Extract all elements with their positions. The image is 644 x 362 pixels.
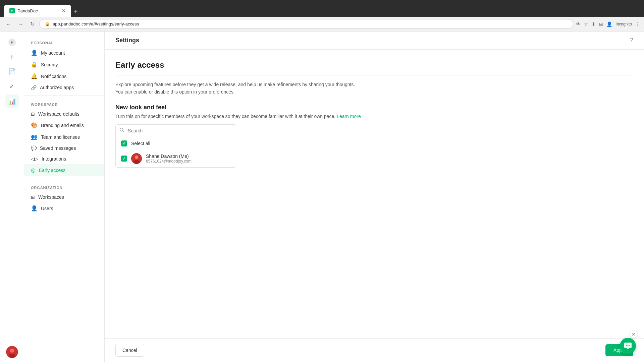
tab-title: PandaDoc	[17, 8, 59, 13]
my-account-icon: 👤	[31, 50, 38, 56]
sidebar-item-label-workspaces: Workspaces	[38, 194, 64, 200]
sidebar-item-integrations[interactable]: ◁▷ Integrations	[24, 154, 104, 164]
sidebar-item-branding-emails[interactable]: 🎨 Branding and emails	[24, 119, 104, 131]
select-all-item[interactable]: ✓ Select all	[116, 137, 236, 150]
user-checkbox-0[interactable]: ✓	[121, 156, 127, 162]
sidebar-divider-2	[24, 179, 104, 179]
rail-settings-icon[interactable]: 📊	[5, 95, 19, 108]
svg-point-13	[628, 345, 629, 346]
new-tab-button[interactable]: +	[71, 8, 80, 15]
users-icon: 👤	[31, 205, 38, 212]
refresh-button[interactable]: ↻	[28, 19, 37, 28]
saved-messages-icon: 💬	[31, 145, 37, 151]
lock-icon: 🔒	[45, 22, 50, 26]
toolbar-right: 👁 ☆ ⬇ ⊞ 👤 Incognito ⋮	[576, 21, 640, 27]
personal-section-header: PERSONAL	[24, 37, 104, 47]
select-all-label: Select all	[131, 141, 150, 146]
download-icon[interactable]: ⬇	[592, 21, 596, 27]
bookmark-icon[interactable]: ☆	[584, 21, 588, 27]
organization-section-header: ORGANIZATION	[24, 182, 104, 192]
action-bar: Cancel Apply	[105, 338, 644, 362]
user-avatar-0	[131, 153, 142, 164]
rail-avatar[interactable]	[6, 346, 18, 358]
help-icon[interactable]: ?	[630, 37, 633, 44]
user-dropdown-list: ✓ Select all ✓ Shane Dawson (Me) 8576102…	[115, 137, 236, 168]
user-info-0: Shane Dawson (Me) 85761024@moodjoy.com	[146, 154, 230, 164]
browser-chrome: P PandaDoc ✕ +	[0, 0, 644, 17]
sidebar-item-authorized-apps[interactable]: 🔗 Authorized apps	[24, 82, 104, 93]
page-desc-line2: You can enable or disable this option in…	[115, 89, 235, 95]
user-item-0[interactable]: ✓ Shane Dawson (Me) 85761024@moodjoy.com	[116, 150, 236, 167]
user-name-0: Shane Dawson (Me)	[146, 154, 230, 159]
search-input[interactable]	[115, 124, 236, 137]
section-title: New look and feel	[115, 104, 633, 111]
sidebar-item-team-licenses[interactable]: 👥 Team and licenses	[24, 131, 104, 143]
section-description: Turn this on for specific members of you…	[115, 114, 633, 119]
select-all-checkbox[interactable]: ✓	[121, 140, 127, 146]
sidebar-item-early-access[interactable]: ◎ Early access	[24, 164, 104, 176]
checkbox-check-icon: ✓	[122, 141, 126, 146]
browser-toolbar: ← → ↻ 🔒 app.pandadoc.com/a/#/settings/ea…	[0, 17, 644, 32]
sidebar: PERSONAL 👤 My account 🔒 Security 🔔 Notif…	[24, 32, 105, 362]
menu-icon[interactable]: ⋮	[635, 21, 640, 27]
search-container	[115, 124, 236, 137]
chat-close-button[interactable]: ✕	[630, 330, 637, 338]
cancel-button[interactable]: Cancel	[115, 344, 144, 357]
chat-support-button[interactable]	[620, 338, 636, 354]
sidebar-item-label-notifications: Notifications	[41, 74, 66, 79]
rail-tasks-icon[interactable]: ✓	[5, 80, 19, 93]
svg-point-14	[629, 345, 630, 346]
svg-text:P: P	[11, 9, 13, 12]
page-title: Early access	[115, 60, 633, 70]
svg-point-12	[626, 345, 627, 346]
workspaces-icon: ⊞	[31, 194, 35, 200]
svg-line-8	[123, 131, 124, 132]
integrations-icon: ◁▷	[31, 156, 38, 162]
icon-rail: P + 📄 ✓ 📊	[0, 32, 24, 362]
tab-close-button[interactable]: ✕	[62, 8, 66, 13]
sidebar-item-workspace-defaults[interactable]: ⊟ Workspace defaults	[24, 109, 104, 119]
layout-icon[interactable]: ⊞	[599, 21, 603, 27]
sidebar-item-label-branding-emails: Branding and emails	[41, 123, 84, 128]
sidebar-item-notifications[interactable]: 🔔 Notifications	[24, 70, 104, 82]
svg-point-10	[135, 156, 138, 159]
sidebar-item-saved-messages[interactable]: 💬 Saved messages	[24, 143, 104, 154]
sidebar-item-label-authorized-apps: Authorized apps	[40, 85, 74, 90]
notifications-icon: 🔔	[31, 73, 38, 79]
svg-point-11	[133, 160, 140, 164]
forward-button[interactable]: →	[16, 20, 25, 28]
early-access-icon: ◎	[31, 167, 36, 173]
authorized-apps-icon: 🔗	[31, 85, 37, 90]
sidebar-item-label-team-licenses: Team and licenses	[41, 134, 80, 140]
profile-icon[interactable]: 👤	[606, 21, 612, 27]
search-icon	[119, 128, 124, 133]
user-checkbox-check-0: ✓	[122, 156, 126, 161]
sidebar-item-label-my-account: My account	[41, 50, 65, 56]
learn-more-link[interactable]: Learn more	[337, 114, 361, 119]
svg-text:P: P	[11, 41, 13, 44]
incognito-label: Incognito	[615, 22, 632, 26]
address-bar[interactable]: 🔒 app.pandadoc.com/a/#/settings/early-ac…	[39, 19, 573, 29]
page-title-divider	[115, 75, 633, 75]
rail-add-button[interactable]: +	[5, 50, 19, 64]
sidebar-item-workspaces[interactable]: ⊞ Workspaces	[24, 192, 104, 202]
active-tab[interactable]: P PandaDoc ✕	[4, 5, 71, 17]
svg-point-5	[10, 349, 14, 353]
address-text: app.pandadoc.com/a/#/settings/early-acce…	[53, 21, 568, 26]
page-description: Explore upcoming features before they ge…	[115, 81, 633, 96]
sidebar-item-my-account[interactable]: 👤 My account	[24, 47, 104, 59]
main-content: Early access Explore upcoming features b…	[105, 50, 644, 338]
main-header: Settings ?	[105, 32, 644, 50]
page-desc-line1: Explore upcoming features before they ge…	[115, 82, 355, 87]
rail-logo[interactable]: P	[5, 36, 19, 49]
workspace-defaults-icon: ⊟	[31, 111, 35, 117]
browser-tabs: P PandaDoc ✕ +	[4, 0, 80, 17]
eye-off-icon: 👁	[576, 21, 581, 27]
page-header-title: Settings	[115, 37, 139, 44]
back-button[interactable]: ←	[4, 20, 13, 28]
sidebar-item-users[interactable]: 👤 Users	[24, 202, 104, 214]
sidebar-item-security[interactable]: 🔒 Security	[24, 59, 104, 70]
sidebar-item-label-security: Security	[41, 62, 58, 67]
sidebar-item-label-saved-messages: Saved messages	[40, 145, 76, 151]
rail-documents-icon[interactable]: 📄	[5, 65, 19, 78]
